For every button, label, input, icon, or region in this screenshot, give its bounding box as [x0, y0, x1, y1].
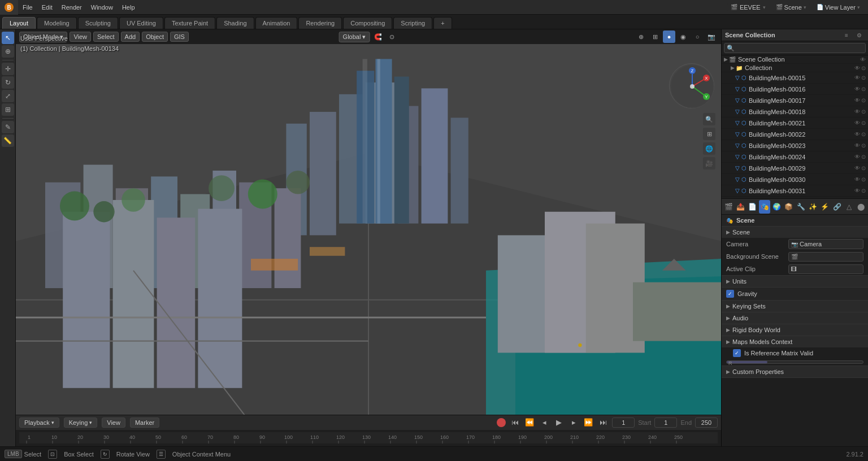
- outliner-mesh-item[interactable]: ▽ ⬡ BuildingMesh-00021 👁 ⊙: [722, 118, 868, 129]
- mesh-visibility[interactable]: 👁: [854, 86, 860, 92]
- outliner-mesh-item[interactable]: ▽ ⬡ BuildingMesh-00022 👁 ⊙: [722, 129, 868, 140]
- menu-file[interactable]: File: [18, 0, 37, 14]
- mesh-visibility[interactable]: 👁: [854, 165, 860, 171]
- object-menu[interactable]: Object: [142, 32, 168, 42]
- tab-sculpting[interactable]: Sculpting: [78, 17, 118, 29]
- gis-menu[interactable]: GIS: [170, 32, 189, 42]
- mesh-visibility[interactable]: 👁: [854, 75, 860, 81]
- props-tab-modifier[interactable]: 🔧: [795, 200, 806, 214]
- outliner-mesh-item[interactable]: ▽ ⬡ BuildingMesh-00030 👁 ⊙: [722, 174, 868, 185]
- outliner-mesh-item[interactable]: ▽ ⬡ BuildingMesh-00016 👁 ⊙: [722, 84, 868, 95]
- mesh-visibility[interactable]: 👁: [854, 176, 860, 182]
- props-tab-physics[interactable]: ⚡: [819, 200, 831, 214]
- select-tool[interactable]: ↖: [2, 32, 14, 44]
- tab-compositing[interactable]: Compositing: [343, 17, 392, 29]
- next-keyframe-btn[interactable]: ⏩: [583, 417, 594, 428]
- step-forward-btn[interactable]: ▸: [568, 417, 579, 428]
- scale-tool[interactable]: ⤢: [2, 90, 14, 102]
- toggle-local-btn[interactable]: 🌐: [703, 142, 715, 155]
- global-transform-dropdown[interactable]: Global ▾: [339, 32, 370, 42]
- outliner-options-btn[interactable]: ⚙: [853, 29, 865, 41]
- tab-texture-paint[interactable]: Texture Paint: [164, 17, 215, 29]
- props-tab-scene[interactable]: 🎭: [759, 200, 770, 214]
- scene-selector[interactable]: 🎬 Scene ▾: [772, 3, 810, 12]
- outliner-mesh-item[interactable]: ▽ ⬡ BuildingMesh-00017 👁 ⊙: [722, 95, 868, 106]
- marker-menu[interactable]: Marker: [130, 417, 159, 428]
- outliner-mesh-item[interactable]: ▽ ⬡ BuildingMesh-00023 👁 ⊙: [722, 140, 868, 151]
- viewport[interactable]: Object Mode ▾ View Select Add Object: [16, 29, 721, 415]
- mesh-restrict[interactable]: ⊙: [861, 120, 866, 126]
- custom-props-header[interactable]: ▶ Custom Properties: [722, 366, 868, 377]
- view-layer-selector[interactable]: 📄 View Layer ▾: [813, 3, 863, 12]
- props-tab-object[interactable]: 📦: [783, 200, 795, 214]
- outliner-collection[interactable]: ▶ 📁 Collection 👁 ⊙: [722, 64, 868, 72]
- mesh-visibility[interactable]: 👁: [854, 188, 860, 194]
- outliner-scene-collection[interactable]: ▶ 🎬 Scene Collection 👁: [722, 55, 868, 64]
- mesh-visibility[interactable]: 👁: [854, 142, 860, 149]
- timeline-ruler[interactable]: 1 10 20 30 40 50 60: [19, 432, 718, 443]
- view-menu-timeline[interactable]: View: [102, 417, 125, 428]
- start-frame[interactable]: 1: [654, 417, 677, 428]
- current-frame-display[interactable]: 1: [612, 417, 635, 428]
- props-tab-constraints[interactable]: 🔗: [831, 200, 843, 214]
- mesh-restrict[interactable]: ⊙: [861, 86, 866, 92]
- mesh-restrict[interactable]: ⊙: [861, 75, 866, 81]
- menu-edit[interactable]: Edit: [37, 0, 57, 14]
- mesh-visibility[interactable]: 👁: [854, 97, 860, 103]
- collection-visibility[interactable]: 👁: [854, 65, 860, 71]
- outliner-mesh-item[interactable]: ▽ ⬡ BuildingMesh-00024 👁 ⊙: [722, 151, 868, 163]
- mesh-visibility[interactable]: 👁: [854, 108, 860, 115]
- tab-uv-editing[interactable]: UV Editing: [119, 17, 163, 29]
- mesh-restrict[interactable]: ⊙: [861, 176, 866, 182]
- ref-matrix-checkbox[interactable]: ✓: [733, 349, 741, 357]
- outliner-mesh-item[interactable]: ▽ ⬡ BuildingMesh-00015 👁 ⊙: [722, 72, 868, 84]
- tab-modeling[interactable]: Modeling: [37, 17, 77, 29]
- view-menu[interactable]: View: [70, 32, 91, 42]
- camera-field[interactable]: 📷 Camera: [788, 239, 863, 249]
- view-camera-btn[interactable]: 🎥: [703, 157, 715, 169]
- overlay-btn[interactable]: ⊕: [635, 31, 647, 43]
- props-tab-view[interactable]: 📄: [747, 200, 758, 214]
- transform-tool[interactable]: ⊞: [2, 103, 14, 116]
- measure-tool[interactable]: 📏: [2, 134, 14, 147]
- timeline-ruler-area[interactable]: 1 10 20 30 40 50 60: [16, 430, 721, 446]
- material-shading-btn[interactable]: ◉: [677, 31, 689, 43]
- active-clip-field[interactable]: 🎞: [788, 264, 863, 274]
- mesh-restrict[interactable]: ⊙: [861, 108, 866, 115]
- outliner-mesh-item[interactable]: ▽ ⬡ BuildingMesh-00018 👁 ⊙: [722, 106, 868, 118]
- tab-animation[interactable]: Animation: [255, 17, 298, 29]
- props-tab-material[interactable]: ⬤: [856, 200, 867, 214]
- gizmo-btn[interactable]: ⊞: [649, 31, 661, 43]
- move-tool[interactable]: ✛: [2, 63, 14, 75]
- outliner-filter-btn[interactable]: ≡: [841, 29, 852, 41]
- camera-btn[interactable]: 📷: [705, 31, 718, 43]
- prev-keyframe-btn[interactable]: ⏪: [524, 417, 535, 428]
- tab-layout[interactable]: Layout: [2, 17, 36, 29]
- rotate-tool[interactable]: ↻: [2, 76, 14, 89]
- solid-shading-btn[interactable]: ●: [663, 31, 675, 43]
- step-back-btn[interactable]: ◂: [539, 417, 550, 428]
- props-tab-data[interactable]: △: [843, 200, 854, 214]
- props-tab-render[interactable]: 🎬: [723, 200, 734, 214]
- tab-rendering[interactable]: Rendering: [298, 17, 342, 29]
- props-tab-particles[interactable]: ✨: [807, 200, 818, 214]
- record-btn[interactable]: [497, 418, 506, 427]
- blender-logo[interactable]: B: [0, 0, 18, 15]
- outliner-mesh-item[interactable]: ▽ ⬡ BuildingMesh-00031 👁 ⊙: [722, 185, 868, 197]
- toggle-perspective-btn[interactable]: ⊞: [703, 128, 715, 140]
- annotate-tool[interactable]: ✎: [2, 121, 14, 133]
- mesh-restrict[interactable]: ⊙: [861, 188, 866, 194]
- add-menu[interactable]: Add: [121, 32, 140, 42]
- keying-menu[interactable]: Keying ▾: [64, 417, 98, 428]
- proportional-btn[interactable]: ⊙: [385, 31, 398, 43]
- scene-collection-visibility[interactable]: 👁: [860, 56, 866, 63]
- snap-btn[interactable]: 🧲: [372, 31, 384, 43]
- outliner-mesh-item[interactable]: ▽ ⬡ BuildingMesh-00029 👁 ⊙: [722, 163, 868, 174]
- units-section-header[interactable]: ▶ Units: [722, 276, 868, 287]
- audio-header[interactable]: ▶ Audio: [722, 312, 868, 324]
- tab-shading[interactable]: Shading: [216, 17, 254, 29]
- end-frame[interactable]: 250: [695, 417, 718, 428]
- viewport-gizmo[interactable]: X Y Z: [669, 63, 714, 108]
- menu-window[interactable]: Window: [86, 0, 118, 14]
- maps-models-header[interactable]: ▶ Maps Models Context: [722, 336, 868, 347]
